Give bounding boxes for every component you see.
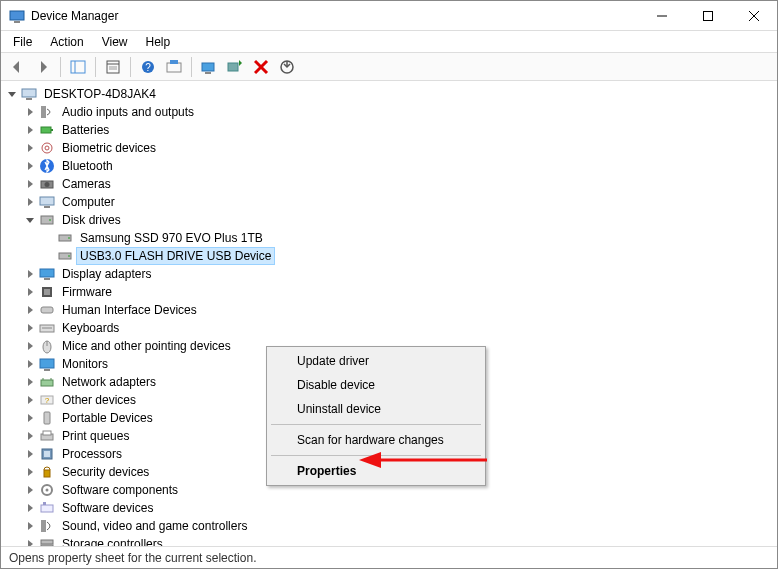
device-manager-window: Device Manager File Action View Help ? [0, 0, 778, 569]
chevron-right-icon[interactable] [23, 375, 37, 389]
chevron-right-icon[interactable] [23, 303, 37, 317]
category-label: Biometric devices [59, 140, 159, 156]
status-text: Opens property sheet for the current sel… [9, 551, 256, 565]
chevron-right-icon[interactable] [23, 465, 37, 479]
tree-category[interactable]: Biometric devices [5, 139, 777, 157]
chevron-right-icon[interactable] [23, 177, 37, 191]
tree-category[interactable]: Sound, video and game controllers [5, 517, 777, 535]
device-label: Samsung SSD 970 EVO Plus 1TB [77, 230, 266, 246]
category-label: Human Interface Devices [59, 302, 200, 318]
app-icon [9, 8, 25, 24]
ctx-disable-device[interactable]: Disable device [269, 373, 483, 397]
svg-rect-67 [41, 540, 53, 544]
category-icon [39, 176, 55, 192]
chevron-right-icon[interactable] [23, 195, 37, 209]
category-icon [39, 320, 55, 336]
maximize-button[interactable] [685, 1, 731, 31]
content-area: DESKTOP-4D8JAK4 Audio inputs and outputs… [1, 81, 777, 546]
chevron-down-icon[interactable] [5, 87, 19, 101]
chevron-right-icon[interactable] [23, 537, 37, 546]
toolbar-separator [130, 57, 131, 77]
forward-button[interactable] [31, 55, 55, 79]
chevron-right-icon[interactable] [23, 447, 37, 461]
tree-device[interactable]: USB3.0 FLASH DRIVE USB Device [5, 247, 777, 265]
minimize-button[interactable] [639, 1, 685, 31]
tree-category[interactable]: Audio inputs and outputs [5, 103, 777, 121]
tree-category[interactable]: Cameras [5, 175, 777, 193]
category-label: Keyboards [59, 320, 122, 336]
back-button[interactable] [5, 55, 29, 79]
tree-category[interactable]: Software devices [5, 499, 777, 517]
ctx-scan-hardware[interactable]: Scan for hardware changes [269, 428, 483, 452]
svg-rect-32 [40, 197, 54, 205]
chevron-right-icon[interactable] [23, 357, 37, 371]
svg-point-35 [49, 219, 51, 221]
ctx-uninstall-device[interactable]: Uninstall device [269, 397, 483, 421]
chevron-right-icon[interactable] [23, 141, 37, 155]
tree-category[interactable]: Firmware [5, 283, 777, 301]
chevron-right-icon[interactable] [23, 429, 37, 443]
svg-rect-49 [40, 359, 54, 368]
chevron-right-icon[interactable] [23, 159, 37, 173]
chevron-right-icon[interactable] [23, 393, 37, 407]
device-label: USB3.0 FLASH DRIVE USB Device [77, 248, 274, 264]
tree-device[interactable]: Samsung SSD 970 EVO Plus 1TB [5, 229, 777, 247]
svg-rect-68 [41, 545, 53, 546]
category-icon [39, 446, 55, 462]
svg-rect-23 [26, 98, 32, 100]
chevron-right-icon[interactable] [23, 411, 37, 425]
show-hide-console-tree-button[interactable] [66, 55, 90, 79]
tree-category[interactable]: Keyboards [5, 319, 777, 337]
action-center-button[interactable] [162, 55, 186, 79]
category-label: Mice and other pointing devices [59, 338, 234, 354]
tree-category[interactable]: Bluetooth [5, 157, 777, 175]
chevron-right-icon[interactable] [23, 123, 37, 137]
help-button[interactable]: ? [136, 55, 160, 79]
tree-category[interactable]: Batteries [5, 121, 777, 139]
computer-icon [21, 86, 37, 102]
tree-category[interactable]: Human Interface Devices [5, 301, 777, 319]
ctx-properties[interactable]: Properties [269, 459, 483, 483]
tree-category[interactable]: Display adapters [5, 265, 777, 283]
tree-category[interactable]: Disk drives [5, 211, 777, 229]
ctx-update-driver[interactable]: Update driver [269, 349, 483, 373]
disk-icon [57, 230, 73, 246]
category-label: Computer [59, 194, 118, 210]
category-icon [39, 158, 55, 174]
chevron-right-icon[interactable] [23, 339, 37, 353]
chevron-right-icon[interactable] [23, 285, 37, 299]
uninstall-button[interactable] [249, 55, 273, 79]
menu-file[interactable]: File [5, 33, 40, 51]
svg-point-63 [46, 489, 49, 492]
root-label: DESKTOP-4D8JAK4 [41, 86, 159, 102]
svg-rect-1 [14, 21, 20, 23]
chevron-right-icon[interactable] [23, 519, 37, 533]
tree-category[interactable]: Computer [5, 193, 777, 211]
menu-action[interactable]: Action [42, 33, 91, 51]
category-label: Cameras [59, 176, 114, 192]
category-label: Security devices [59, 464, 152, 480]
chevron-right-icon[interactable] [23, 501, 37, 515]
chevron-right-icon[interactable] [23, 321, 37, 335]
properties-button[interactable] [101, 55, 125, 79]
disable-button[interactable] [275, 55, 299, 79]
close-button[interactable] [731, 1, 777, 31]
svg-rect-61 [44, 470, 50, 477]
tree-root[interactable]: DESKTOP-4D8JAK4 [5, 85, 777, 103]
svg-rect-58 [43, 431, 51, 435]
toolbar: ? [1, 53, 777, 81]
menu-help[interactable]: Help [138, 33, 179, 51]
svg-rect-22 [22, 89, 36, 97]
tree-category[interactable]: Storage controllers [5, 535, 777, 546]
expander-spacer [41, 231, 55, 245]
chevron-down-icon[interactable] [23, 213, 37, 227]
chevron-right-icon[interactable] [23, 483, 37, 497]
menu-view[interactable]: View [94, 33, 136, 51]
chevron-right-icon[interactable] [23, 267, 37, 281]
scan-hardware-button[interactable] [223, 55, 247, 79]
svg-rect-33 [44, 206, 50, 208]
category-icon [39, 500, 55, 516]
category-label: Other devices [59, 392, 139, 408]
chevron-right-icon[interactable] [23, 105, 37, 119]
update-driver-button[interactable] [197, 55, 221, 79]
